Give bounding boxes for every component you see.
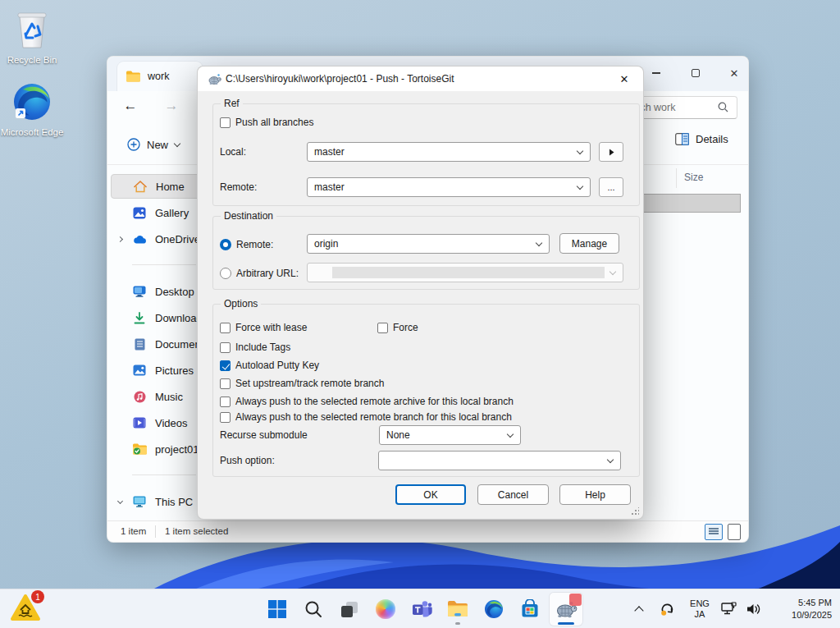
resize-grip[interactable]	[631, 507, 639, 516]
recurse-submodule-label: Recurse submodule	[220, 429, 308, 441]
desktop-icon-label: Microsoft Edge	[0, 126, 64, 138]
sidebar-separator	[132, 264, 196, 265]
desktop-icon-edge[interactable]: Microsoft Edge	[0, 82, 64, 138]
taskbar: 1	[0, 589, 840, 628]
sync-tray-icon[interactable]	[655, 589, 679, 628]
chevron-down-icon[interactable]	[111, 501, 129, 503]
ellipsis-label: ...	[607, 182, 614, 192]
store-button[interactable]	[514, 593, 546, 626]
desktop-folder-icon	[129, 286, 150, 297]
recycle-bin-icon	[13, 10, 51, 49]
date-label: 10/9/2025	[792, 609, 832, 621]
network-tray-icon[interactable]	[717, 589, 742, 628]
manage-button[interactable]: Manage	[559, 233, 619, 254]
ok-button[interactable]: OK	[395, 484, 466, 505]
destination-group: Destination Remote: origin Manage Arbitr…	[212, 216, 640, 290]
close-icon: ✕	[730, 67, 739, 80]
remote-combobox[interactable]: origin	[307, 234, 550, 254]
close-button[interactable]: ✕	[719, 61, 750, 85]
chevron-up-icon	[634, 606, 643, 615]
forward-button[interactable]: →	[159, 98, 184, 114]
local-browse-button[interactable]	[599, 142, 623, 162]
arbitrary-url-radio[interactable]	[220, 268, 231, 279]
destination-remote-label: Remote:	[236, 239, 273, 250]
onedrive-icon	[129, 235, 150, 244]
new-button[interactable]: New	[119, 131, 188, 158]
sidebar-item-label: This PC	[155, 496, 193, 508]
chevron-down-icon	[507, 431, 514, 438]
dialog-close-button[interactable]: ✕	[612, 70, 637, 88]
details-view-button[interactable]	[705, 524, 723, 540]
local-branch-combobox[interactable]: master	[307, 142, 591, 162]
push-all-branches-checkbox[interactable]	[220, 117, 231, 128]
details-toggle-button[interactable]: Details	[675, 133, 728, 145]
help-button[interactable]: Help	[559, 484, 631, 505]
sidebar-item-label: project01	[155, 443, 199, 456]
dialog-title-bar[interactable]: C:\Users\hiroyuki\work\project01 - Push …	[198, 66, 643, 91]
desktop: Recycle Bin Microsoft Edge	[0, 0, 840, 628]
taskbar-center-icons	[261, 593, 582, 626]
widget-badge: 1	[31, 590, 44, 603]
task-view-button[interactable]	[333, 593, 366, 626]
always-push-archive-checkbox[interactable]	[220, 397, 231, 407]
edge-icon	[484, 599, 504, 619]
edge-icon	[12, 82, 52, 121]
hidden-icons-button[interactable]	[628, 589, 650, 628]
remote-branch-value: master	[314, 181, 345, 193]
copilot-button[interactable]	[369, 593, 402, 626]
teams-button[interactable]	[405, 593, 438, 626]
autoload-putty-key-checkbox[interactable]	[220, 360, 231, 371]
speaker-icon	[746, 602, 762, 617]
taskbar-search-button[interactable]	[297, 593, 330, 626]
always-push-branch-checkbox[interactable]	[220, 412, 231, 423]
minimize-button[interactable]	[641, 61, 672, 85]
time-label: 5:45 PM	[798, 597, 832, 609]
push-all-branches-label: Push all branches	[235, 117, 313, 128]
ref-remote-label: Remote:	[220, 181, 257, 193]
local-label: Local:	[220, 146, 246, 158]
edge-button[interactable]	[477, 593, 510, 626]
item-count: 1 item	[121, 526, 146, 536]
documents-icon	[129, 338, 150, 351]
sidebar-item-label: Desktop	[155, 286, 194, 298]
running-indicator	[455, 622, 460, 625]
dialog-title: C:\Users\hiroyuki\work\project01 - Push …	[226, 73, 454, 85]
include-tags-checkbox[interactable]	[220, 342, 231, 353]
desktop-icon-label: Recycle Bin	[0, 54, 64, 66]
chevron-right-icon[interactable]	[111, 237, 129, 241]
size-column-header[interactable]: Size	[684, 172, 703, 183]
back-button[interactable]: ←	[118, 98, 143, 114]
preview-view-button[interactable]	[728, 524, 741, 540]
column-separator	[676, 168, 677, 188]
start-button[interactable]	[261, 593, 294, 626]
remote-branch-combobox[interactable]: master	[307, 177, 591, 197]
clock[interactable]: 5:45 PM 10/9/2025	[771, 589, 832, 628]
widgets-button[interactable]: 1	[10, 594, 46, 625]
cancel-button[interactable]: Cancel	[477, 484, 549, 505]
volume-tray-icon[interactable]	[742, 589, 766, 628]
remote-radio[interactable]	[220, 239, 231, 250]
tortoisegit-button[interactable]	[550, 593, 582, 626]
set-upstream-checkbox[interactable]	[220, 378, 231, 389]
chevron-down-icon	[174, 140, 180, 146]
play-right-icon	[609, 149, 614, 156]
push-option-combobox[interactable]	[378, 451, 621, 470]
remote-browse-button[interactable]: ...	[599, 177, 623, 197]
list-view-icon	[709, 528, 719, 536]
language-line1: ENG	[690, 598, 710, 609]
sidebar-item-label: Videos	[155, 417, 188, 429]
force-with-lease-checkbox[interactable]	[220, 323, 231, 333]
explorer-tab-work[interactable]: work	[117, 62, 203, 91]
chevron-down-icon	[577, 148, 583, 154]
sidebar-separator	[132, 474, 196, 475]
maximize-button[interactable]	[680, 61, 711, 85]
ethernet-icon	[721, 602, 737, 617]
desktop-icon-recycle-bin[interactable]: Recycle Bin	[0, 10, 64, 66]
file-explorer-button[interactable]	[441, 593, 474, 626]
force-checkbox[interactable]	[377, 323, 388, 333]
recurse-submodule-combobox[interactable]: None	[379, 425, 521, 445]
language-indicator[interactable]: ENG JA	[684, 589, 715, 628]
remote-value: origin	[314, 238, 338, 250]
local-branch-value: master	[314, 146, 345, 158]
force-label: Force	[393, 322, 418, 333]
